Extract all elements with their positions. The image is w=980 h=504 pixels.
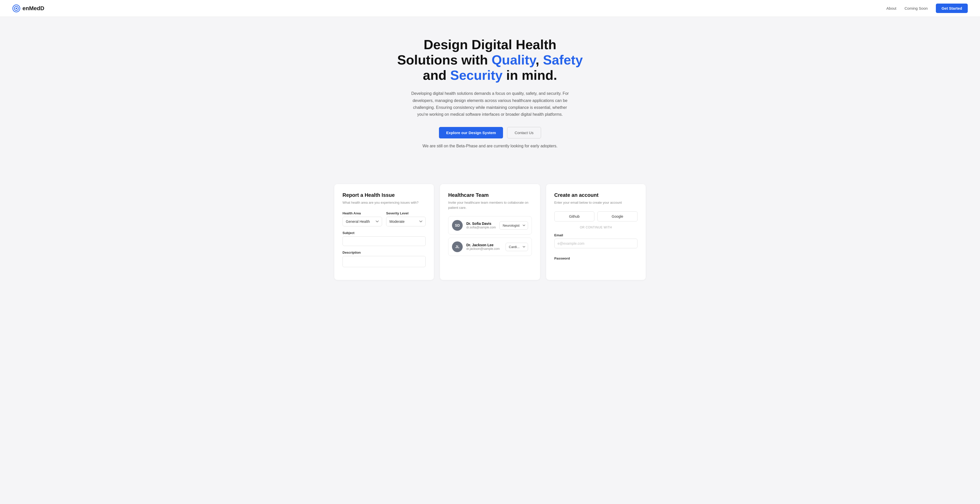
description-group: Description — [342, 250, 426, 267]
severity-label: Severity Level — [386, 211, 426, 215]
or-divider: OR CONTINUE WITH — [554, 226, 638, 229]
nav-link-about[interactable]: About — [886, 6, 896, 10]
logo[interactable]: enMedD — [12, 4, 45, 13]
hero-actions: Explore our Design System Contact Us — [391, 127, 589, 138]
team-member-1: JL Dr. Jackson Lee dr.jackson@sample.com… — [448, 238, 532, 256]
role-select-jackson[interactable]: Cardi... — [506, 243, 528, 251]
member-email-sofia: dr.sofia@sample.com — [466, 226, 496, 229]
subject-input[interactable] — [342, 236, 426, 246]
health-card-title: Report a Health Issue — [342, 192, 426, 198]
hero-heading-line2-before: Solutions with — [397, 52, 492, 67]
health-area-select[interactable]: General Health — [342, 217, 382, 227]
password-label: Password — [554, 257, 638, 260]
hero-heading-line1: Design Digital Health — [424, 37, 556, 52]
email-group: Email — [554, 233, 638, 252]
team-member-0: SD Dr. Sofia Davis dr.sofia@sample.com N… — [448, 216, 532, 235]
logo-text: enMedD — [22, 5, 45, 12]
health-card-subtitle: What health area are you experiencing is… — [342, 200, 426, 205]
account-card-subtitle: Enter your email below to create your ac… — [554, 200, 638, 205]
contact-us-button[interactable]: Contact Us — [507, 127, 541, 138]
cards-section: Report a Health Issue What health area a… — [324, 174, 656, 295]
hero-heading: Design Digital Health Solutions with Qua… — [391, 37, 589, 83]
explore-design-system-button[interactable]: Explore our Design System — [439, 127, 503, 138]
member-name-sofia: Dr. Sofia Davis — [466, 222, 496, 226]
nav-link-coming-soon[interactable]: Coming Soon — [904, 6, 928, 10]
hero-accent-safety: Safety — [543, 52, 583, 67]
social-buttons: Github Google — [554, 211, 638, 222]
beta-notice: We are still on the Beta-Phase and are c… — [411, 143, 569, 149]
logo-icon — [12, 4, 21, 13]
avatar-initials-sofia: SD — [455, 223, 460, 227]
member-info-jackson: Dr. Jackson Lee dr.jackson@sample.com — [466, 243, 502, 250]
description-input[interactable] — [342, 256, 426, 267]
navbar: enMedD About Coming Soon Get Started — [0, 0, 980, 17]
health-issue-card: Report a Health Issue What health area a… — [334, 184, 434, 280]
team-card-subtitle: Invite your healthcare team members to c… — [448, 200, 532, 210]
avatar-sofia: SD — [452, 220, 463, 231]
hero-description: Developing digital health solutions dema… — [411, 90, 569, 118]
hero-heading-line3-before: and — [423, 68, 450, 82]
google-button[interactable]: Google — [597, 211, 638, 222]
hero-section: Design Digital Health Solutions with Qua… — [385, 17, 595, 174]
severity-group: Severity Level Moderate — [386, 211, 426, 227]
member-name-jackson: Dr. Jackson Lee — [466, 243, 502, 247]
account-card-title: Create an account — [554, 192, 638, 198]
nav-links: About Coming Soon Get Started — [886, 3, 968, 13]
health-form-row: Health Area General Health Severity Leve… — [342, 211, 426, 227]
hero-heading-line3-after: in mind. — [503, 68, 557, 82]
github-button[interactable]: Github — [554, 211, 594, 222]
member-info-sofia: Dr. Sofia Davis dr.sofia@sample.com — [466, 222, 496, 229]
avatar-initials-jackson: JL — [455, 245, 460, 249]
role-select-sofia[interactable]: Neurologist — [500, 221, 528, 230]
svg-point-2 — [16, 8, 17, 9]
subject-label: Subject — [342, 231, 426, 235]
healthcare-team-card: Healthcare Team Invite your healthcare t… — [440, 184, 540, 280]
severity-select[interactable]: Moderate — [386, 217, 426, 227]
password-group: Password — [554, 257, 638, 260]
member-email-jackson: dr.jackson@sample.com — [466, 247, 502, 250]
hero-accent-security: Security — [450, 68, 503, 82]
avatar-jackson: JL — [452, 241, 463, 252]
description-label: Description — [342, 250, 426, 254]
email-input[interactable] — [554, 239, 638, 248]
hero-accent-quality: Quality — [492, 52, 535, 67]
subject-group: Subject — [342, 231, 426, 246]
hero-heading-comma: , — [536, 52, 539, 67]
get-started-button[interactable]: Get Started — [936, 3, 968, 13]
health-area-group: Health Area General Health — [342, 211, 382, 227]
create-account-card: Create an account Enter your email below… — [546, 184, 646, 280]
team-card-title: Healthcare Team — [448, 192, 532, 198]
health-area-label: Health Area — [342, 211, 382, 215]
email-label: Email — [554, 233, 638, 237]
